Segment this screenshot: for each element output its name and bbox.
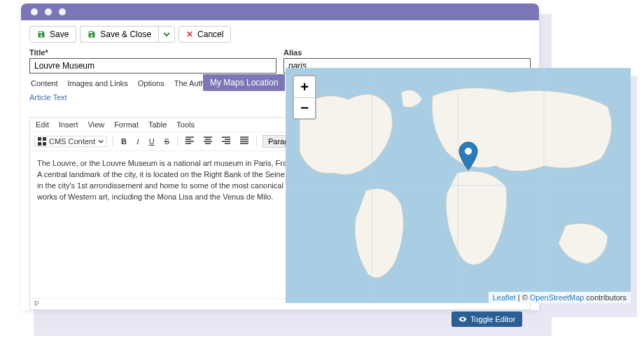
toggle-editor-label: Toggle Editor xyxy=(470,315,515,323)
zoom-control: + − xyxy=(293,75,316,120)
window-dot xyxy=(45,8,52,15)
tab-content[interactable]: Content xyxy=(31,79,58,88)
save-button[interactable]: Save xyxy=(29,26,76,43)
attrib-sep: | © xyxy=(516,293,530,302)
eye-icon xyxy=(458,315,467,323)
cancel-button[interactable]: ✕ Cancel xyxy=(178,26,231,43)
save-icon xyxy=(37,30,46,38)
tab-images-links[interactable]: Images and Links xyxy=(68,79,128,88)
attrib-tail: contributors xyxy=(584,293,626,302)
toolbar-separator xyxy=(113,136,113,147)
cms-content-button[interactable]: CMS Content xyxy=(34,136,107,147)
osm-link[interactable]: OpenStreetMap xyxy=(530,293,584,302)
italic-button[interactable]: I xyxy=(134,136,141,147)
underline-button[interactable]: U xyxy=(147,136,157,147)
toolbar-separator xyxy=(177,136,178,147)
close-icon: ✕ xyxy=(186,29,193,39)
menu-table[interactable]: Table xyxy=(148,120,167,129)
align-left-button[interactable] xyxy=(183,135,196,148)
menu-edit[interactable]: Edit xyxy=(36,120,49,129)
zoom-out-button[interactable]: − xyxy=(294,97,315,118)
window-dot xyxy=(59,8,66,15)
cancel-label: Cancel xyxy=(197,29,223,39)
map-attribution: Leaflet | © OpenStreetMap contributors xyxy=(489,292,631,303)
alias-label: Alias xyxy=(284,48,531,57)
titlebar xyxy=(21,4,539,20)
save-close-button[interactable]: Save & Close xyxy=(80,26,158,43)
menu-tools[interactable]: Tools xyxy=(176,120,195,129)
align-right-button[interactable] xyxy=(220,135,232,148)
zoom-in-button[interactable]: + xyxy=(294,76,315,97)
window-dot xyxy=(31,8,38,15)
map-panel[interactable]: + − Leaflet | © OpenStreetMap contributo… xyxy=(286,68,631,303)
toolbar-separator xyxy=(256,136,257,147)
menu-view[interactable]: View xyxy=(88,120,104,129)
title-field-wrap: Title* xyxy=(29,48,276,74)
strikethrough-button[interactable]: S xyxy=(162,136,172,147)
world-map xyxy=(286,68,631,303)
maps-location-badge[interactable]: My Maps Location xyxy=(203,74,285,91)
save-button-label: Save xyxy=(50,29,69,39)
cms-content-label: CMS Content xyxy=(49,137,95,146)
svg-rect-2 xyxy=(38,142,41,146)
align-justify-icon xyxy=(240,136,248,145)
align-left-icon xyxy=(186,136,194,145)
svg-rect-0 xyxy=(38,137,41,141)
title-input[interactable] xyxy=(29,58,276,74)
svg-point-5 xyxy=(465,148,472,155)
svg-rect-3 xyxy=(43,142,46,146)
menu-format[interactable]: Format xyxy=(114,120,139,129)
chevron-down-icon xyxy=(98,139,104,144)
action-toolbar: Save Save & Close ✕ Cancel xyxy=(21,20,539,48)
align-center-button[interactable] xyxy=(202,135,214,148)
align-right-icon xyxy=(222,136,230,145)
align-center-icon xyxy=(204,136,212,145)
toggle-editor-button[interactable]: Toggle Editor xyxy=(451,312,522,327)
chevron-down-icon xyxy=(163,31,170,38)
bold-button[interactable]: B xyxy=(119,136,129,147)
map-pin-icon[interactable] xyxy=(458,141,479,171)
align-justify-button[interactable] xyxy=(238,135,251,148)
save-icon xyxy=(88,30,96,38)
save-dropdown-button[interactable] xyxy=(158,26,175,43)
joomla-icon xyxy=(38,137,46,146)
menu-insert[interactable]: Insert xyxy=(59,120,78,129)
title-label: Title* xyxy=(29,48,276,57)
tab-options[interactable]: Options xyxy=(138,79,164,88)
leaflet-link[interactable]: Leaflet xyxy=(493,293,516,302)
save-close-label: Save & Close xyxy=(100,29,151,39)
svg-rect-1 xyxy=(43,137,46,141)
